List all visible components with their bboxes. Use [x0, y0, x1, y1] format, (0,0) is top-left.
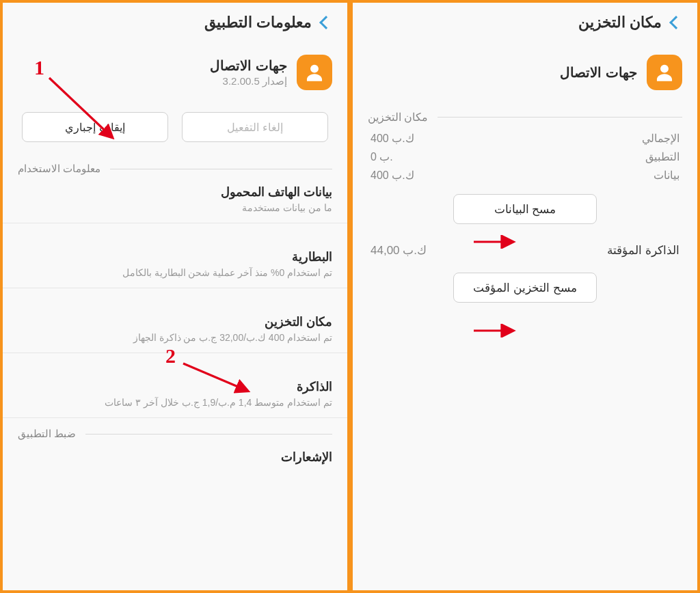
- app-texts: جهات الاتصال إصدار 3.2.00.5: [210, 57, 287, 87]
- header: معلومات التطبيق: [3, 3, 347, 45]
- usage-section-label: معلومات الاستخدام: [18, 163, 100, 175]
- divider: [110, 169, 332, 169]
- storage-total-label: الإجمالي: [642, 132, 679, 145]
- battery-item[interactable]: البطارية تم استخدام 0% منذ آخر عملية شحن…: [3, 240, 347, 288]
- app-name: جهات الاتصال: [210, 57, 287, 74]
- person-icon: [653, 61, 676, 84]
- appsettings-section-label: ضبط التطبيق: [18, 428, 76, 440]
- cache-value: 44,00 ك.ب: [371, 243, 427, 258]
- contacts-app-icon: [647, 55, 682, 90]
- storage-data-value: 400 ك.ب: [371, 169, 414, 182]
- storage-app-value: 0 ب.: [371, 150, 393, 163]
- force-stop-button[interactable]: إيقاف إجباري: [22, 112, 168, 142]
- storage-data-label: بيانات: [654, 169, 679, 182]
- notifications-title: الإشعارات: [18, 450, 332, 465]
- disable-button[interactable]: إلغاء التفعيل: [182, 112, 328, 142]
- contacts-app-icon: [297, 55, 332, 90]
- clear-data-button[interactable]: مسح البيانات: [453, 194, 597, 224]
- page-title: معلومات التطبيق: [204, 14, 312, 31]
- page-title: مكان التخزين: [578, 14, 662, 31]
- person-icon: [303, 61, 326, 84]
- app-texts: جهات الاتصال: [560, 64, 637, 81]
- mobile-data-item[interactable]: بيانات الهاتف المحمول ما من بيانات مستخد…: [3, 175, 347, 223]
- clear-cache-button[interactable]: مسح التخزين المؤقت: [453, 273, 597, 303]
- usage-section-header: معلومات الاستخدام: [3, 163, 347, 175]
- svg-point-0: [310, 65, 319, 73]
- memory-item[interactable]: الذاكرة تم استخدام متوسط 1,4 م.ب/1,9 ج.ب…: [3, 370, 347, 418]
- app-summary: جهات الاتصال إصدار 3.2.00.5: [3, 45, 347, 98]
- app-info-panel: معلومات التطبيق جهات الاتصال إصدار 3.2.0…: [0, 0, 350, 593]
- storage-section-label: مكان التخزين: [368, 111, 428, 124]
- cache-label: الذاكرة المؤقتة: [607, 243, 679, 258]
- storage-total-value: 400 ك.ب: [371, 132, 414, 145]
- notifications-item[interactable]: الإشعارات: [3, 440, 347, 474]
- app-version: إصدار 3.2.00.5: [210, 75, 287, 87]
- battery-sub: تم استخدام 0% منذ آخر عملية شحن البطارية…: [18, 267, 332, 278]
- app-summary: جهات الاتصال: [353, 45, 697, 98]
- memory-title: الذاكرة: [18, 379, 332, 394]
- clear-data-row: مسح البيانات: [353, 184, 697, 231]
- divider: [438, 117, 682, 118]
- divider: [85, 434, 332, 435]
- header: مكان التخزين: [353, 3, 697, 45]
- storage-data-row: بيانات 400 ك.ب: [353, 166, 697, 184]
- storage-total-row: الإجمالي 400 ك.ب: [353, 129, 697, 148]
- battery-title: البطارية: [18, 249, 332, 264]
- clear-cache-row: مسح التخزين المؤقت: [353, 260, 697, 309]
- storage-sub: تم استخدام 400 ك.ب/32,00 ج.ب من ذاكرة ال…: [18, 332, 332, 343]
- storage-title: مكان التخزين: [18, 314, 332, 329]
- appsettings-section-header: ضبط التطبيق: [3, 428, 347, 440]
- callout-number-2: 2: [165, 344, 176, 368]
- mobile-data-sub: ما من بيانات مستخدمة: [18, 202, 332, 213]
- storage-panel: مكان التخزين جهات الاتصال مكان التخزين ا…: [350, 0, 700, 593]
- storage-app-row: التطبيق 0 ب.: [353, 148, 697, 166]
- mobile-data-title: بيانات الهاتف المحمول: [18, 184, 332, 199]
- cache-row: الذاكرة المؤقتة 44,00 ك.ب: [353, 231, 697, 260]
- back-icon[interactable]: [319, 16, 333, 29]
- storage-app-label: التطبيق: [645, 150, 679, 163]
- memory-sub: تم استخدام متوسط 1,4 م.ب/1,9 ج.ب خلال آخ…: [18, 397, 332, 408]
- action-buttons: إلغاء التفعيل إيقاف إجباري: [3, 98, 347, 158]
- svg-point-5: [660, 65, 669, 73]
- app-name: جهات الاتصال: [560, 64, 637, 81]
- storage-section-header: مكان التخزين: [353, 111, 697, 124]
- back-icon[interactable]: [669, 16, 683, 29]
- callout-number-1: 1: [34, 56, 44, 79]
- arrow-to-clear-cache-icon: [470, 324, 518, 337]
